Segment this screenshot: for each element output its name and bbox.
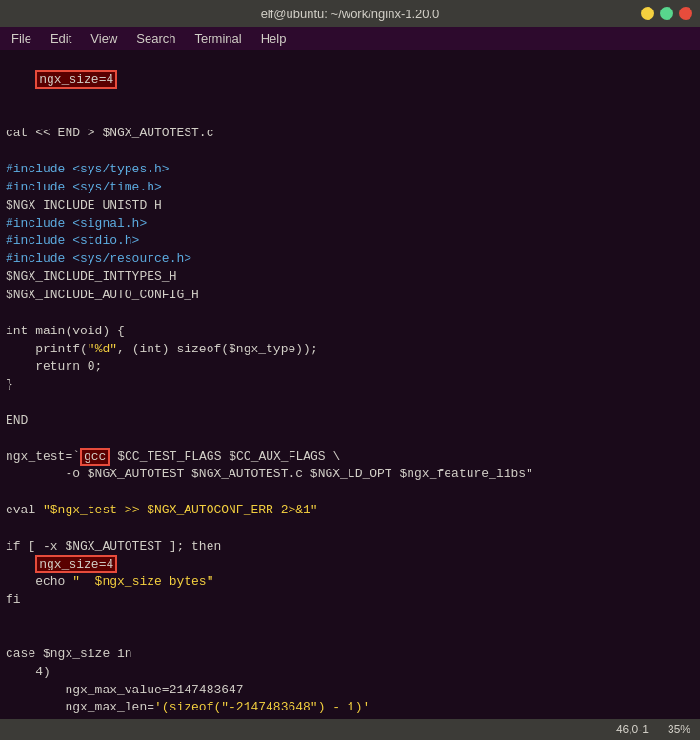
terminal-content[interactable]: ngx_size=4 cat << END > $NGX_AUTOTEST.c … [0,50,700,719]
code-line-9: #include <stdio.h> [6,232,694,250]
code-line-24: eval "$ngx_test >> $NGX_AUTOCONF_ERR 2>&… [6,502,694,520]
title-bar: elf@ubuntu: ~/work/nginx-1.20.0 [0,0,700,27]
code-line-3: cat << END > $NGX_AUTOTEST.c [6,125,694,143]
code-line-29: fi [6,591,694,610]
code-line-6: #include <sys/time.h> [6,179,694,197]
close-button[interactable] [679,7,692,20]
code-line-34: ngx_max_value=2147483647 [6,682,694,700]
maximize-button[interactable] [660,7,673,20]
code-line-36: ;; [6,717,694,719]
menu-edit[interactable]: Edit [43,30,79,48]
code-line-15: printf("%d", (int) sizeof($ngx_type)); [6,341,694,359]
code-line-32: case $ngx_size in [6,646,694,664]
code-line-10: #include <sys/resource.h> [6,250,694,269]
code-line-31 [6,628,694,646]
code-line-35: ngx_max_len='(sizeof("-2147483648") - 1)… [6,699,694,717]
code-line-7: $NGX_INCLUDE_UNISTD_H [6,197,694,215]
code-line-26: if [ -x $NGX_AUTOTEST ]; then [6,538,694,556]
code-line-22: -o $NGX_AUTOTEST $NGX_AUTOTEST.c $NGX_LD… [6,466,694,484]
code-line-33: 4) [6,664,694,682]
highlight-ngx-size-1: ngx_size=4 [35,70,117,89]
menu-terminal[interactable]: Terminal [188,30,250,48]
code-line-8: #include <signal.h> [6,215,694,233]
code-line-16: return 0; [6,358,694,376]
code-line-21: ngx_test=`gcc $CC_TEST_FLAGS $CC_AUX_FLA… [6,449,694,467]
code-line-4 [6,143,694,161]
menu-file[interactable]: File [4,30,39,48]
code-line-13 [6,305,694,323]
code-line-17: } [6,376,694,394]
code-line-30 [6,610,694,628]
code-line-19: END [6,412,694,430]
minimize-button[interactable] [641,7,654,20]
menu-search[interactable]: Search [129,30,183,48]
window-buttons[interactable] [641,7,692,20]
code-line-1: ngx_size=4 [6,53,694,108]
menu-help[interactable]: Help [253,30,294,48]
code-line-11: $NGX_INCLUDE_INTTYPES_H [6,269,694,287]
zoom-level: 35% [668,723,690,736]
menu-view[interactable]: View [83,30,125,48]
window-title: elf@ubuntu: ~/work/nginx-1.20.0 [59,7,641,21]
window-controls[interactable] [8,7,59,20]
menu-bar: File Edit View Search Terminal Help [0,27,700,50]
code-line-28: echo " $ngx_size bytes" [6,573,694,591]
cursor-position: 46,0-1 [616,723,649,736]
code-line-14: int main(void) { [6,323,694,341]
code-line-20 [6,430,694,449]
code-line-2 [6,108,694,126]
code-line-23 [6,484,694,502]
code-line-12: $NGX_INCLUDE_AUTO_CONFIG_H [6,287,694,305]
status-bar: 46,0-1 35% [0,719,700,740]
code-line-27: ngx_size=4 [6,556,694,574]
code-line-25 [6,520,694,538]
code-line-18 [6,394,694,412]
code-line-5: #include <sys/types.h> [6,161,694,179]
